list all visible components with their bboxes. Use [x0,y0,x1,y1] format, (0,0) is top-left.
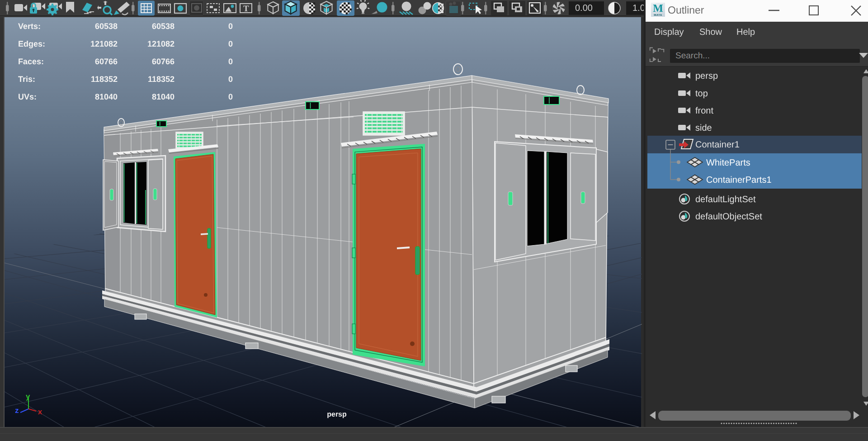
svg-text:persp: persp [695,71,718,81]
svg-text:top: top [695,89,708,99]
svg-text:Container1: Container1 [695,140,740,150]
svg-text:ContainerParts1: ContainerParts1 [706,175,772,185]
svg-text:T: T [243,4,249,14]
svg-text:defaultLightSet: defaultLightSet [695,194,756,204]
svg-text:0.00: 0.00 [575,3,593,13]
svg-text:defaultObjectSet: defaultObjectSet [695,212,762,222]
svg-text:WhiteParts: WhiteParts [706,158,750,168]
svg-text:side: side [695,123,712,133]
svg-text:front: front [695,106,713,116]
